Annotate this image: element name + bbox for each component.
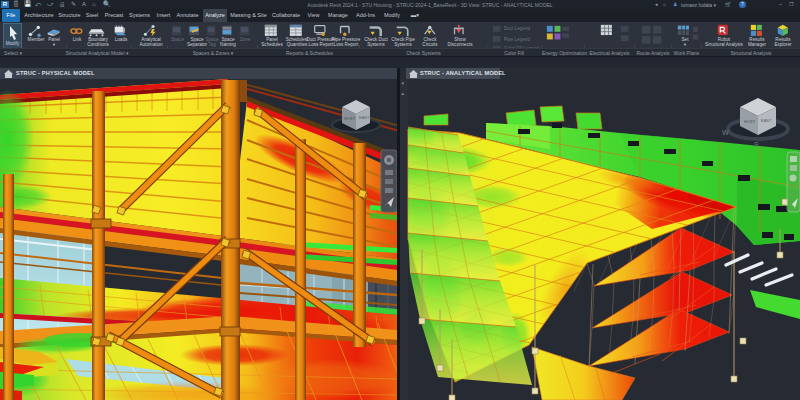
svg-text:EAST: EAST — [359, 115, 370, 120]
svg-text:S: S — [754, 141, 759, 148]
svg-text:HOST: HOST — [344, 116, 356, 121]
svg-text:EAST: EAST — [761, 118, 772, 123]
svg-text:W: W — [722, 129, 729, 136]
svg-text:HOST: HOST — [744, 119, 756, 124]
